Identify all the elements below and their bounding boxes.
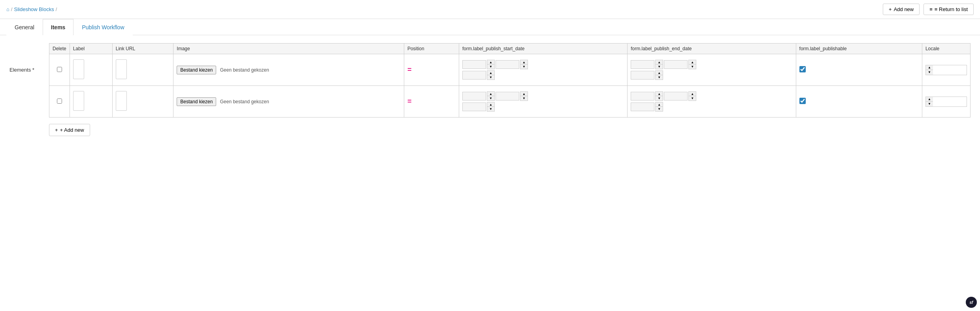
file-choose-button-1[interactable]: Bestand kiezen bbox=[177, 66, 216, 74]
start-time-input-1[interactable] bbox=[496, 60, 519, 69]
col-locale: Locale bbox=[922, 44, 970, 54]
start-extra-up-1[interactable]: ▲ bbox=[487, 71, 494, 75]
drag-handle-1[interactable]: = bbox=[407, 66, 412, 74]
end-time-up-1[interactable]: ▲ bbox=[689, 60, 696, 64]
link-url-input-2[interactable] bbox=[116, 91, 127, 111]
publish-start-cell-2: ▲ ▼ ▲ ▼ bbox=[459, 86, 627, 118]
file-choose-button-2[interactable]: Bestand kiezen bbox=[177, 97, 216, 106]
end-extra-row-2: ▲ ▼ bbox=[631, 102, 792, 112]
link-url-cell-2 bbox=[112, 86, 173, 118]
end-extra-input-2[interactable] bbox=[631, 102, 654, 111]
end-date-down-2[interactable]: ▼ bbox=[656, 96, 663, 101]
tab-publish-workflow[interactable]: Publish Workflow bbox=[74, 19, 132, 35]
end-extra-row-1: ▲ ▼ bbox=[631, 70, 792, 80]
end-date-row-2: ▲ ▼ ▲ ▼ bbox=[631, 91, 792, 101]
start-date-up-2[interactable]: ▲ bbox=[487, 92, 494, 96]
elements-table: Delete Label Link URL Image Position for… bbox=[49, 43, 971, 118]
start-time-up-1[interactable]: ▲ bbox=[520, 60, 528, 64]
end-extra-down-1[interactable]: ▼ bbox=[656, 75, 663, 80]
end-time-spinners-2: ▲ ▼ bbox=[688, 91, 696, 101]
table-row: Bestand kiezen Geen bestand gekozen = bbox=[49, 54, 971, 86]
start-date-up-1[interactable]: ▲ bbox=[487, 60, 494, 64]
tab-general[interactable]: General bbox=[6, 19, 43, 35]
add-new-row-button[interactable]: + + Add new bbox=[49, 124, 90, 136]
end-extra-input-1[interactable] bbox=[631, 71, 654, 80]
start-date-spinners-2: ▲ ▼ bbox=[487, 91, 495, 101]
start-time-input-2[interactable] bbox=[496, 92, 519, 101]
col-link-url: Link URL bbox=[112, 44, 173, 54]
end-date-input-1[interactable] bbox=[631, 60, 654, 69]
locale-down-1[interactable]: ▼ bbox=[926, 70, 933, 75]
image-cell-2: Bestand kiezen Geen bestand gekozen bbox=[173, 86, 404, 118]
col-publish-start-date: form.label_publish_start_date bbox=[459, 44, 627, 54]
start-date-down-1[interactable]: ▼ bbox=[487, 64, 494, 69]
label-input-2[interactable] bbox=[73, 91, 84, 111]
publishable-cell-1 bbox=[796, 54, 922, 86]
end-extra-down-2[interactable]: ▼ bbox=[656, 107, 663, 111]
link-url-cell-1 bbox=[112, 54, 173, 86]
link-url-input-1[interactable] bbox=[116, 59, 127, 79]
start-date-input-2[interactable] bbox=[462, 92, 486, 101]
end-date-input-2[interactable] bbox=[631, 92, 654, 101]
return-to-list-label: ≡ Return to list bbox=[935, 6, 968, 12]
drag-handle-2[interactable]: = bbox=[407, 97, 412, 105]
end-time-up-2[interactable]: ▲ bbox=[689, 92, 696, 96]
label-cell-2 bbox=[70, 86, 112, 118]
start-date-input-1[interactable] bbox=[462, 60, 486, 69]
start-extra-down-2[interactable]: ▼ bbox=[487, 107, 494, 111]
tab-items[interactable]: Items bbox=[43, 19, 74, 35]
col-publishable: form.label_publishable bbox=[796, 44, 922, 54]
end-date-up-1[interactable]: ▲ bbox=[656, 60, 663, 64]
start-date-row-2: ▲ ▼ ▲ ▼ bbox=[462, 91, 624, 101]
plus-row-icon: + bbox=[55, 127, 58, 133]
position-cell-1: = bbox=[404, 54, 459, 86]
end-date-up-2[interactable]: ▲ bbox=[656, 92, 663, 96]
start-time-spinners-1: ▲ ▼ bbox=[520, 60, 528, 69]
locale-cell-1: ▲ ▼ bbox=[922, 54, 970, 86]
end-extra-up-1[interactable]: ▲ bbox=[656, 71, 663, 75]
return-to-list-button[interactable]: ≡ ≡ Return to list bbox=[923, 4, 974, 15]
breadcrumb-app-link[interactable]: Slideshow Blocks bbox=[14, 6, 54, 12]
delete-checkbox-1[interactable] bbox=[57, 67, 62, 72]
locale-up-1[interactable]: ▲ bbox=[926, 65, 933, 70]
start-extra-down-1[interactable]: ▼ bbox=[487, 75, 494, 80]
start-extra-input-2[interactable] bbox=[462, 102, 486, 111]
label-input-1[interactable] bbox=[73, 59, 84, 79]
label-cell-1 bbox=[70, 54, 112, 86]
end-extra-spinners-1: ▲ ▼ bbox=[655, 70, 663, 80]
locale-down-2[interactable]: ▼ bbox=[926, 102, 933, 106]
locale-up-2[interactable]: ▲ bbox=[926, 97, 933, 102]
position-cell-2: = bbox=[404, 86, 459, 118]
publish-start-cell-1: ▲ ▼ ▲ ▼ bbox=[459, 54, 627, 86]
start-date-down-2[interactable]: ▼ bbox=[487, 96, 494, 101]
end-time-down-1[interactable]: ▼ bbox=[689, 64, 696, 69]
delete-checkbox-2[interactable] bbox=[57, 99, 62, 104]
start-extra-spinners-1: ▲ ▼ bbox=[487, 70, 495, 80]
image-cell-1: Bestand kiezen Geen bestand gekozen bbox=[173, 54, 404, 86]
breadcrumb: ⌂ / Slideshow Blocks / bbox=[6, 6, 57, 12]
locale-spinner-1: ▲ ▼ bbox=[925, 65, 967, 75]
publish-end-spinners-1: ▲ ▼ ▲ ▼ bbox=[631, 60, 792, 80]
table-container: Delete Label Link URL Image Position for… bbox=[49, 43, 971, 136]
end-date-down-1[interactable]: ▼ bbox=[656, 64, 663, 69]
tab-items-label: Items bbox=[51, 24, 66, 30]
home-icon[interactable]: ⌂ bbox=[6, 6, 9, 12]
publishable-checkbox-1[interactable] bbox=[799, 66, 806, 72]
start-extra-up-2[interactable]: ▲ bbox=[487, 102, 494, 107]
start-time-up-2[interactable]: ▲ bbox=[520, 92, 528, 96]
start-extra-input-1[interactable] bbox=[462, 71, 486, 80]
add-new-button[interactable]: + Add new bbox=[883, 4, 920, 15]
end-time-input-1[interactable] bbox=[664, 60, 688, 69]
end-time-input-2[interactable] bbox=[664, 92, 688, 101]
end-time-down-2[interactable]: ▼ bbox=[689, 96, 696, 101]
no-file-text-2: Geen bestand gekozen bbox=[220, 99, 269, 104]
end-extra-up-2[interactable]: ▲ bbox=[656, 102, 663, 107]
start-time-down-1[interactable]: ▼ bbox=[520, 64, 528, 69]
end-time-spinners-1: ▲ ▼ bbox=[688, 60, 696, 69]
publish-end-cell-1: ▲ ▼ ▲ ▼ bbox=[628, 54, 796, 86]
start-time-down-2[interactable]: ▼ bbox=[520, 96, 528, 101]
end-extra-spinners-2: ▲ ▼ bbox=[655, 102, 663, 112]
plus-icon: + bbox=[889, 6, 892, 12]
publishable-checkbox-2[interactable] bbox=[799, 98, 806, 104]
elements-section: Elements * Delete Label Link URL Image P… bbox=[9, 43, 971, 136]
